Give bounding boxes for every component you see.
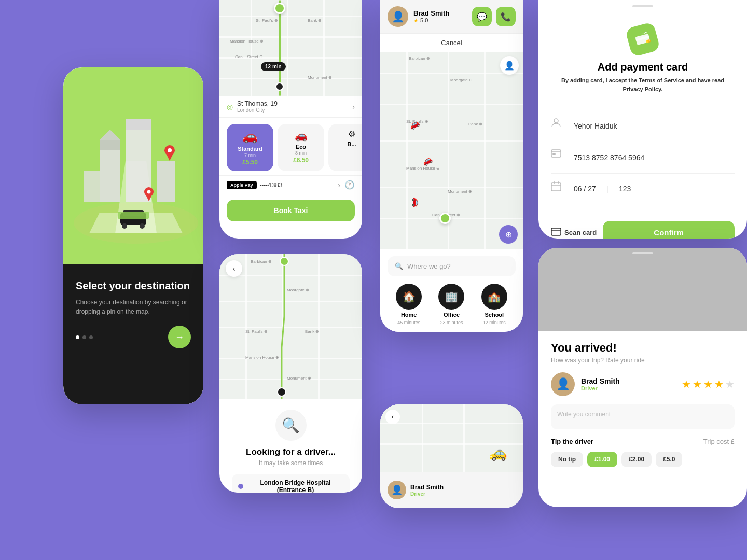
dest-office[interactable]: 🏢 Office 23 minutes xyxy=(438,284,464,325)
where-go-input[interactable]: 🔍 Where we go? xyxy=(388,256,516,276)
tip-options: No tip £1.00 £2.00 £5.0 xyxy=(551,452,735,467)
card-number-row: 7513 8752 8764 5964 xyxy=(551,142,735,174)
office-label: Office xyxy=(444,312,460,318)
comment-input[interactable]: Write you comment xyxy=(551,404,735,429)
car-name-eco: Eco xyxy=(282,144,320,150)
destination-name: London Bridge Hospital (Entrance B) xyxy=(247,479,343,493)
school-icon-circle: 🏫 xyxy=(481,284,507,310)
onboarding-illustration xyxy=(63,67,203,264)
destination-row: London Bridge Hospital (Entrance B) xyxy=(232,474,350,493)
where-go-section: 🔍 Where we go? 🏠 Home 45 minutes 🏢 Offic… xyxy=(380,249,523,332)
payment-row[interactable]: Apple Pay •••• 4383 › 🕐 xyxy=(219,175,362,194)
location-info: St Thomas, 19 London City xyxy=(237,100,278,113)
dot-3 xyxy=(89,335,93,339)
onboarding-title: Select your destination xyxy=(76,279,191,292)
driver-role-sm: Driver xyxy=(410,491,444,497)
car-price-eco: £6.50 xyxy=(282,157,320,164)
clock-icon: 🕐 xyxy=(344,180,355,190)
dest-home[interactable]: 🏠 Home 45 minutes xyxy=(396,284,422,325)
destination-pin xyxy=(274,3,285,14)
driver-info-sm: Brad Smith Driver xyxy=(410,484,444,497)
star-5[interactable]: ★ xyxy=(725,378,735,390)
svg-point-25 xyxy=(554,119,558,123)
tip-1pound[interactable]: £1.00 xyxy=(587,452,617,467)
star-1[interactable]: ★ xyxy=(682,378,691,390)
driver-name: Brad Smith xyxy=(413,9,449,17)
svg-rect-3 xyxy=(100,150,120,202)
svg-rect-4 xyxy=(100,140,120,150)
gps-button[interactable]: ⊕ xyxy=(499,225,518,244)
star-4[interactable]: ★ xyxy=(714,378,724,390)
map-label: Monument ⊕ xyxy=(448,189,472,194)
dest-dot-icon xyxy=(238,484,243,489)
car-option-b[interactable]: ⚙ B... xyxy=(328,124,362,171)
user-avatar-map: 👤 xyxy=(500,56,519,75)
svg-rect-33 xyxy=(551,228,561,235)
cancel-button[interactable]: Cancel xyxy=(380,34,523,52)
route-pin-bottom xyxy=(277,387,286,397)
next-button[interactable]: → xyxy=(168,326,191,348)
map-label: Moorgate ⊕ xyxy=(450,78,473,82)
map-street xyxy=(422,404,423,472)
map-street xyxy=(251,0,252,96)
driver-rating: ★ 5.0 xyxy=(413,17,449,24)
star-3[interactable]: ★ xyxy=(703,378,713,390)
payment-actions: Scan card Confirm xyxy=(538,214,747,239)
tip-no-tip[interactable]: No tip xyxy=(551,452,583,467)
booking-screen: St. Paul's ⊕ Mansion House ⊕ Bank ⊕ Can.… xyxy=(219,0,362,239)
map-street xyxy=(484,52,486,249)
car-marker-3: 🚗 xyxy=(412,197,422,207)
booking-map: St. Paul's ⊕ Mansion House ⊕ Bank ⊕ Can.… xyxy=(219,0,362,96)
payment-card-icon xyxy=(625,22,661,58)
phone-button[interactable]: 📞 xyxy=(496,7,516,26)
office-time: 23 minutes xyxy=(440,320,463,325)
partial-map-screen: ‹ 🚕 👤 Brad Smith Driver xyxy=(380,404,523,508)
tip-5pound[interactable]: £5.0 xyxy=(656,452,682,467)
separator: | xyxy=(606,185,608,194)
origin-pin xyxy=(439,213,451,224)
school-time: 12 minutes xyxy=(483,320,506,325)
back-button[interactable]: ‹ xyxy=(226,260,242,277)
tip-2pound[interactable]: £2.00 xyxy=(621,452,652,467)
time-badge: 12 min xyxy=(261,62,286,71)
driver-role-arrived: Driver xyxy=(581,385,620,391)
office-icon-circle: 🏢 xyxy=(438,284,464,310)
svg-rect-8 xyxy=(157,161,175,202)
confirm-button[interactable]: Confirm xyxy=(603,221,735,239)
car-time: 7 min xyxy=(231,152,269,158)
book-taxi-button[interactable]: Book Taxi xyxy=(227,200,355,221)
looking-content: 🔍 Looking for a driver... It may take so… xyxy=(219,399,362,493)
cardholder-name: Yehor Haiduk xyxy=(574,122,617,130)
car-option-eco[interactable]: 🚗 Eco 8 min £6.50 xyxy=(278,124,324,171)
car-option-standard[interactable]: 🚗 Standard 7 min £5.50 xyxy=(227,124,273,171)
dest-school[interactable]: 🏫 School 12 minutes xyxy=(481,284,507,325)
location-icon: ◎ xyxy=(227,103,233,111)
scan-card-button[interactable]: Scan card xyxy=(551,228,597,238)
card-number-last: 4383 xyxy=(268,181,283,189)
driver-avatar: 👤 xyxy=(388,6,408,27)
location-bar[interactable]: ◎ St Thomas, 19 London City › xyxy=(219,96,362,118)
back-btn-sm[interactable]: ‹ xyxy=(385,410,400,424)
looking-screen: Barbican ⊕ Moorgate ⊕ St. Paul's ⊕ Mansi… xyxy=(219,254,362,493)
calendar-icon xyxy=(551,181,568,198)
route-line xyxy=(279,0,281,96)
car-name-b: B... xyxy=(333,141,362,147)
trip-cost-label: Trip cost £ xyxy=(703,438,735,445)
payment-chevron: › xyxy=(338,181,340,189)
driver-rating-row: 👤 Brad Smith Driver ★ ★ ★ ★ ★ xyxy=(551,372,735,396)
svg-rect-9 xyxy=(84,171,100,202)
payment-terms: By adding card, I accept the Terms of Se… xyxy=(551,76,735,93)
message-button[interactable]: 💬 xyxy=(472,7,492,26)
rating-stars[interactable]: ★ ★ ★ ★ ★ xyxy=(682,378,735,390)
looking-map: Barbican ⊕ Moorgate ⊕ St. Paul's ⊕ Mansi… xyxy=(219,254,362,399)
scan-card-label: Scan card xyxy=(564,229,597,236)
car-icon: 🚗 xyxy=(231,129,269,144)
onboarding-subtitle: Choose your destination by searching or … xyxy=(76,298,191,316)
star-2[interactable]: ★ xyxy=(693,378,702,390)
car-options: 🚗 Standard 7 min £5.50 🚗 Eco 8 min £6.50… xyxy=(219,118,362,175)
looking-title: Looking for a driver... xyxy=(232,447,350,457)
dot-2 xyxy=(82,335,86,339)
card-dots: •••• xyxy=(260,182,268,188)
route-svg xyxy=(219,254,362,399)
driver-details: Brad Smith ★ 5.0 xyxy=(413,9,449,24)
